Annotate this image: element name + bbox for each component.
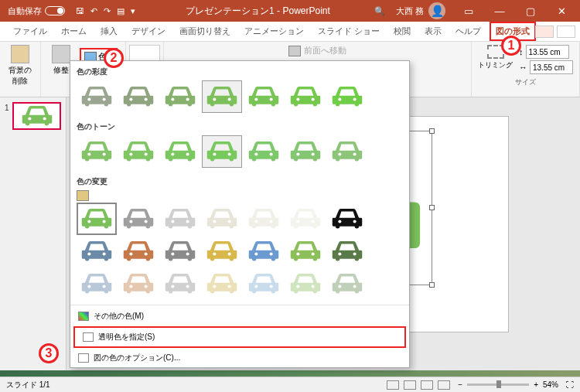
color-option[interactable] <box>77 203 117 235</box>
color-option[interactable] <box>202 203 242 235</box>
zoom-percent[interactable]: 54% <box>543 380 558 389</box>
color-option[interactable] <box>327 235 367 268</box>
tab-home[interactable]: ホーム <box>54 22 94 41</box>
recolor-section-title: 色の変更 <box>77 174 403 190</box>
color-option[interactable] <box>244 135 284 168</box>
set-transparent-color-item[interactable]: 透明色を指定(S) <box>73 326 406 348</box>
color-option[interactable] <box>327 80 367 113</box>
close-icon[interactable]: ✕ <box>546 0 577 22</box>
tab-design[interactable]: デザイン <box>125 22 172 41</box>
more-colors-label: その他の色(M) <box>94 311 144 322</box>
color-option[interactable] <box>327 203 367 235</box>
color-gallery-dropdown: 色の彩度 色のトーン 色の変更 その他の色(M) 透明色を指定(S) 図の色のオ… <box>70 60 410 368</box>
size-group-label: サイズ <box>515 77 536 87</box>
crop-label: トリミング <box>478 60 513 70</box>
comments-button[interactable] <box>557 26 575 38</box>
tone-section-title: 色のトーン <box>77 119 403 135</box>
redo-icon[interactable]: ↷ <box>104 6 111 16</box>
color-option[interactable] <box>118 268 159 300</box>
color-option[interactable] <box>160 135 200 168</box>
title-bar: 自動保存 🖫 ↶ ↷ ▤ ▾ プレゼンテーション1 - PowerPoint 🔍… <box>0 0 580 22</box>
tab-insert[interactable]: 挿入 <box>94 22 125 41</box>
color-option[interactable] <box>202 135 242 168</box>
toggle-off-icon[interactable] <box>45 6 65 15</box>
qat-more-icon[interactable]: ▾ <box>131 6 135 16</box>
color-option[interactable] <box>118 203 159 235</box>
color-option[interactable] <box>244 268 284 300</box>
minimize-icon[interactable]: — <box>484 0 515 22</box>
color-option[interactable] <box>285 268 326 300</box>
color-option[interactable] <box>327 268 367 300</box>
height-input[interactable]: 13.55 cm <box>526 45 569 59</box>
annotation-2: 2 <box>104 48 124 68</box>
color-option[interactable] <box>160 203 200 235</box>
search-icon[interactable]: 🔍 <box>374 6 385 16</box>
zoom-slider[interactable] <box>467 383 529 386</box>
color-option[interactable] <box>160 235 200 268</box>
normal-view-icon[interactable] <box>387 380 399 390</box>
color-option[interactable] <box>77 268 117 300</box>
quick-access-toolbar: 🖫 ↶ ↷ ▤ ▾ <box>70 6 142 16</box>
tab-help[interactable]: ヘルプ <box>449 22 488 41</box>
share-button[interactable] <box>535 26 554 38</box>
eyedropper-icon <box>83 332 94 342</box>
ribbon-tabs: ファイル ホーム 挿入 デザイン 画面切り替え アニメーション スライド ショー… <box>0 22 580 42</box>
maximize-icon[interactable]: ▢ <box>515 0 546 22</box>
tab-slideshow[interactable]: スライド ショー <box>311 22 387 41</box>
set-transparent-label: 透明色を指定(S) <box>98 332 155 343</box>
color-option[interactable] <box>285 80 326 113</box>
color-option[interactable] <box>244 235 284 268</box>
color-option[interactable] <box>202 235 242 268</box>
picture-color-options-item[interactable]: 図の色のオプション(C)... <box>70 349 409 367</box>
options-icon <box>78 353 89 363</box>
zoom-out-icon[interactable]: − <box>458 380 462 389</box>
user-name: 大西 務 <box>396 5 424 17</box>
color-option[interactable] <box>202 268 242 300</box>
color-option[interactable] <box>118 235 159 268</box>
slide-thumbnail[interactable]: 1 <box>12 102 61 130</box>
color-option[interactable] <box>77 235 117 268</box>
color-option[interactable] <box>327 135 367 168</box>
tab-animations[interactable]: アニメーション <box>237 22 311 41</box>
resize-handle[interactable] <box>429 205 435 210</box>
remove-background-button[interactable]: 背景の 削除 <box>6 45 34 87</box>
tab-view[interactable]: 表示 <box>418 22 449 41</box>
slide-counter[interactable]: スライド 1/1 <box>6 380 50 390</box>
color-option[interactable] <box>77 80 117 113</box>
account-control[interactable]: 大西 務 👤 <box>396 2 445 19</box>
start-slideshow-icon[interactable]: ▤ <box>117 6 125 16</box>
autosave-toggle[interactable]: 自動保存 <box>3 5 70 17</box>
annotation-3: 3 <box>39 343 59 363</box>
color-option[interactable] <box>202 80 242 113</box>
save-icon[interactable]: 🖫 <box>76 6 84 15</box>
tab-review[interactable]: 校閲 <box>387 22 418 41</box>
options-label: 図の色のオプション(C)... <box>94 353 180 363</box>
reading-view-icon[interactable] <box>421 380 433 390</box>
zoom-in-icon[interactable]: + <box>534 380 538 389</box>
bring-forward-icon[interactable] <box>288 46 301 56</box>
color-option[interactable] <box>285 135 326 168</box>
color-option[interactable] <box>77 135 117 168</box>
color-option[interactable] <box>160 268 200 300</box>
fit-window-icon[interactable]: ⛶ <box>566 380 574 389</box>
sorter-view-icon[interactable] <box>404 380 416 390</box>
bring-forward-label: 前面へ移動 <box>304 45 346 56</box>
color-option[interactable] <box>285 235 326 268</box>
color-option[interactable] <box>244 203 284 235</box>
avatar-icon: 👤 <box>428 2 445 19</box>
width-input[interactable]: 13.55 cm <box>530 60 573 74</box>
tab-transitions[interactable]: 画面切り替え <box>172 22 237 41</box>
color-option[interactable] <box>118 135 159 168</box>
resize-handle[interactable] <box>429 128 435 134</box>
color-option[interactable] <box>244 80 284 113</box>
undo-icon[interactable]: ↶ <box>90 6 97 16</box>
ribbon-display-icon[interactable]: ▭ <box>453 0 484 22</box>
slideshow-view-icon[interactable] <box>438 380 450 390</box>
resize-handle[interactable] <box>429 282 435 288</box>
corrections-icon <box>52 45 70 63</box>
color-option[interactable] <box>118 80 159 113</box>
tab-file[interactable]: ファイル <box>6 22 54 41</box>
more-colors-item[interactable]: その他の色(M) <box>70 307 409 326</box>
color-option[interactable] <box>160 80 200 113</box>
color-option[interactable] <box>285 203 326 235</box>
